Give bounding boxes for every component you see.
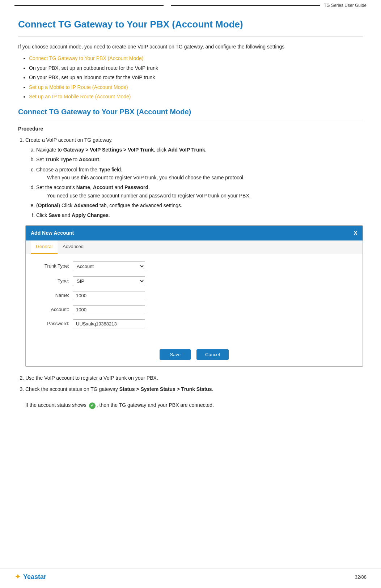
- save-button[interactable]: Save: [160, 349, 191, 360]
- title-divider: [18, 37, 363, 37]
- form-row-trunk-type: Trunk Type: Account: [37, 261, 352, 271]
- step-d-bold-3: Password: [124, 184, 148, 190]
- main-steps-list: Create a VoIP account on TG gateway. Nav…: [18, 136, 363, 409]
- list-item: Set up an IP to Mobile Route (Account Mo…: [29, 93, 363, 101]
- dialog-titlebar: Add New Account X: [26, 226, 363, 241]
- step-e-bold-2: Advanced: [74, 203, 98, 208]
- intro-text: If you choose account mode, you need to …: [18, 43, 363, 51]
- toc-list: Connect TG Gateway to Your PBX (Account …: [18, 54, 363, 101]
- main-title: Connect TG Gateway to Your PBX (Account …: [18, 19, 363, 30]
- step-3: Check the account status on TG gateway S…: [25, 385, 363, 409]
- dialog-tabs: General Advanced: [26, 240, 363, 254]
- step-a-bold-2: Add VoIP Trunk: [168, 147, 205, 153]
- sub-step-d: Set the account's Name, Account and Pass…: [36, 183, 363, 200]
- toc-link-1[interactable]: Connect TG Gateway to Your PBX (Account …: [29, 55, 143, 61]
- sub-step-c: Choose a protocol from the Type field. W…: [36, 166, 363, 182]
- dialog-footer: Save Cancel: [26, 344, 363, 366]
- toc-item-2: On your PBX, set up an outbound route fo…: [29, 65, 158, 71]
- step-d-bold-1: Name: [76, 184, 90, 190]
- section-divider: [18, 120, 363, 120]
- step-1: Create a VoIP account on TG gateway. Nav…: [25, 136, 363, 367]
- type-select[interactable]: SIP: [73, 276, 145, 286]
- toc-link-5[interactable]: Set up an IP to Mobile Route (Account Mo…: [29, 94, 131, 99]
- sub-step-e: (Optional) Click Advanced tab, configure…: [36, 201, 363, 209]
- step-b-bold-1: Trunk Type: [45, 157, 72, 162]
- section-title: Connect TG Gateway to Your PBX (Account …: [18, 108, 363, 116]
- form-row-type: Type: SIP: [37, 276, 352, 286]
- step-c-note: When you use this account to register Vo…: [47, 175, 245, 180]
- header-title: TG Series User Guide: [324, 3, 367, 8]
- account-label: Account:: [37, 306, 69, 314]
- trunk-type-select[interactable]: Account: [73, 261, 145, 271]
- step-d-bold-2: Account: [93, 184, 113, 190]
- name-label: Name:: [37, 292, 69, 299]
- sub-step-a: Navigate to Gateway > VoIP Settings > Vo…: [36, 146, 363, 154]
- page-content: Connect TG Gateway to Your PBX (Account …: [0, 8, 381, 437]
- password-label: Password:: [37, 320, 69, 328]
- tab-general[interactable]: General: [31, 240, 58, 254]
- sub-step-f: Click Save and Apply Changes.: [36, 211, 363, 219]
- procedure-heading: Procedure: [18, 126, 363, 132]
- footer: ✦ Yeastar 32/88: [0, 568, 381, 581]
- list-item: On your PBX, set up an inbound route for…: [29, 73, 363, 81]
- check-icon: [89, 402, 96, 409]
- trunk-type-label: Trunk Type:: [37, 263, 69, 270]
- page-number: 32/88: [355, 574, 367, 580]
- tab-advanced[interactable]: Advanced: [58, 240, 89, 254]
- footer-logo: ✦ Yeastar: [14, 572, 46, 581]
- dialog-title: Add New Account: [31, 229, 74, 237]
- step-f-bold-2: Apply Changes: [72, 212, 109, 218]
- sub-steps-list: Navigate to Gateway > VoIP Settings > Vo…: [25, 146, 363, 220]
- list-item: Connect TG Gateway to Your PBX (Account …: [29, 54, 363, 62]
- list-item: Set up a Mobile to IP Route (Account Mod…: [29, 83, 363, 91]
- step-a-bold-1: Gateway > VoIP Settings > VoIP Trunk: [63, 147, 154, 153]
- step-3-note: If the account status shows , then the T…: [25, 402, 214, 408]
- brand-name: Yeastar: [23, 573, 46, 581]
- name-input[interactable]: [73, 291, 145, 300]
- account-input[interactable]: [73, 305, 145, 314]
- form-row-account: Account:: [37, 305, 352, 314]
- header-line-1: [14, 5, 164, 6]
- header-line-2: [171, 5, 320, 6]
- dialog-close-button[interactable]: X: [354, 229, 357, 238]
- dialog-body: Trunk Type: Account Type: SIP Name:: [26, 254, 363, 344]
- step-d-note: You need use the same account number and…: [47, 193, 251, 199]
- add-account-dialog: Add New Account X General Advanced Trunk…: [25, 225, 363, 367]
- step-2: Use the VoIP account to register a VoIP …: [25, 374, 363, 382]
- yeastar-star-icon: ✦: [14, 572, 21, 581]
- step-b-bold-2: Account: [79, 157, 99, 162]
- toc-link-4[interactable]: Set up a Mobile to IP Route (Account Mod…: [29, 84, 128, 90]
- header: TG Series User Guide: [0, 0, 381, 8]
- cancel-button[interactable]: Cancel: [196, 349, 228, 360]
- toc-item-3: On your PBX, set up an inbound route for…: [29, 74, 155, 80]
- step-c-bold-1: Type: [99, 167, 110, 172]
- form-row-password: Password:: [37, 319, 352, 328]
- list-item: On your PBX, set up an outbound route fo…: [29, 64, 363, 72]
- step-e-bold-1: Optional: [38, 203, 59, 208]
- step-3-bold: Status > System Status > Trunk Status: [119, 386, 212, 392]
- password-input[interactable]: [73, 319, 145, 328]
- form-row-name: Name:: [37, 291, 352, 300]
- sub-step-b: Set Trunk Type to Account.: [36, 155, 363, 163]
- step-f-bold-1: Save: [48, 212, 60, 218]
- type-label: Type:: [37, 277, 69, 285]
